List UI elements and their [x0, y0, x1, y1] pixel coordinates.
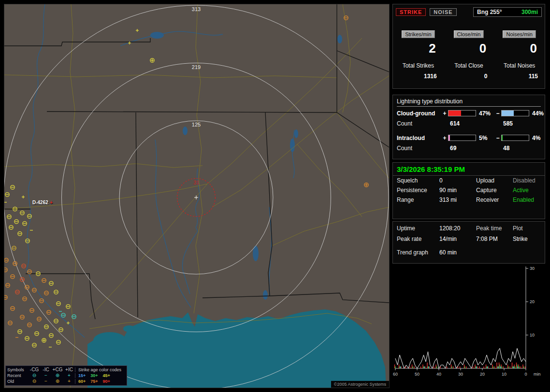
noise-indicator[interactable]: NOISE: [430, 8, 456, 16]
svg-text:60: 60: [393, 372, 398, 377]
plot-type-value: Strike: [513, 236, 541, 242]
svg-text:40: 40: [436, 372, 441, 377]
intracloud-label: Intracloud: [397, 135, 441, 141]
svg-text:313: 313: [192, 6, 201, 12]
svg-text:125: 125: [192, 122, 201, 127]
ic-pos-count: 69: [448, 145, 477, 152]
cg-neg-percent: 44%: [530, 110, 547, 117]
svg-text:31: 31: [193, 180, 199, 185]
range-value: 313 mi: [439, 196, 476, 203]
peak-time-value: 7:08 PM: [476, 236, 513, 242]
minus-sign: −: [494, 135, 501, 141]
distribution-section: Lightning type distribution Cloud-ground…: [392, 95, 545, 159]
trend-graph: 1020306050403020100min: [392, 265, 546, 388]
legend-age-header: Strike age color codes: [75, 367, 125, 372]
legend-header-symbols: Symbols: [7, 367, 29, 372]
ic-neg-count: 48: [501, 145, 530, 152]
cg-pos-old-icon: ⊕: [52, 379, 63, 384]
ic-neg-recent-icon: −: [40, 373, 52, 378]
age-code-90: 90+: [103, 379, 110, 384]
distribution-header: Lightning type distribution: [397, 98, 541, 107]
cg-neg-count: 585: [501, 120, 530, 127]
svg-text:10: 10: [530, 333, 535, 337]
receiver-label: Receiver: [476, 196, 513, 203]
lightning-strikes: [4, 16, 368, 347]
plot-label: Plot: [513, 225, 541, 232]
ic-neg-percent: 4%: [530, 135, 547, 141]
storm-tracker-text: D-4262: [32, 200, 48, 205]
close-per-min-value: 0: [444, 41, 494, 56]
storm-tracker-label: D-4262 +: [32, 199, 53, 205]
ic-pos-bar: [448, 135, 476, 141]
bearing-readout: Bng 255° 300mi: [473, 7, 542, 17]
legend-header-cg-neg: -CG: [29, 367, 40, 372]
close-per-min-box[interactable]: Close/min: [454, 30, 484, 38]
persistence-label: Persistence: [397, 187, 439, 194]
stats-section: Uptime 1208:20 Peak time Plot Peak rate …: [392, 221, 545, 264]
upload-status: Disabled: [513, 177, 541, 184]
total-noises-label: Total Noises: [494, 62, 545, 69]
rivers: [27, 4, 294, 337]
cg-pos-recent-icon: ⊕: [52, 373, 63, 378]
svg-text:219: 219: [192, 64, 201, 70]
total-strikes-value: 1316: [393, 73, 444, 80]
bearing-value: Bng 255°: [477, 9, 502, 15]
plus-sign: +: [441, 110, 448, 117]
strikes-per-min-box[interactable]: Strikes/min: [402, 30, 434, 38]
strike-indicator[interactable]: STRIKE: [396, 8, 426, 16]
noises-per-min-box[interactable]: Noises/min: [503, 30, 536, 38]
age-code-30: 30+: [90, 373, 98, 378]
legend-header-ic-pos: +IC: [63, 367, 75, 372]
age-code-45: 45+: [103, 373, 110, 378]
cg-neg-old-icon: ⊖: [29, 379, 40, 384]
status-section: 3/3/2026 8:35:19 PM Squelch 0 Upload Dis…: [392, 162, 545, 219]
legend-header-ic-neg: -IC: [40, 367, 52, 372]
ic-neg-old-icon: −: [40, 379, 52, 384]
trend-graph-label: Trend graph: [397, 249, 439, 256]
cg-pos-percent: 47%: [477, 110, 494, 117]
total-close-label: Total Close: [444, 62, 494, 69]
total-strikes-label: Total Strikes: [393, 62, 444, 69]
cg-pos-bar: [448, 110, 476, 116]
squelch-value: 0: [439, 177, 476, 184]
svg-text:20: 20: [530, 299, 535, 304]
ic-pos-old-icon: +: [63, 379, 75, 384]
peak-time-label: Peak time: [476, 225, 513, 232]
svg-text:30: 30: [530, 266, 535, 271]
ic-neg-bar: [501, 135, 529, 141]
upload-label: Upload: [476, 177, 513, 184]
age-code-60: 60+: [78, 379, 86, 384]
plus-sign: +: [441, 135, 448, 141]
noises-per-min-value: 0: [494, 41, 545, 56]
receiver-status: Enabled: [513, 196, 541, 203]
side-panel: STRIKE NOISE Bng 255° 300mi Strikes/min …: [392, 4, 546, 388]
total-noises-value: 115: [494, 73, 545, 80]
state-borders: [4, 4, 389, 319]
uptime-value: 1208:20: [439, 225, 476, 232]
storm-cell-icon: +: [50, 199, 53, 205]
cg-count-label: Count: [397, 120, 441, 127]
capture-status: Active: [513, 187, 541, 194]
ic-pos-recent-icon: +: [63, 373, 75, 378]
age-code-15: 15+: [78, 373, 86, 378]
svg-text:20: 20: [480, 372, 485, 377]
cg-pos-count: 614: [448, 120, 477, 127]
peak-rate-label: Peak rate: [397, 236, 439, 242]
age-code-75: 75+: [90, 379, 98, 384]
persistence-value: 90 min: [439, 187, 476, 194]
svg-text:min: min: [534, 372, 541, 377]
copyright-text: ©2005 Astrogenic Systems: [331, 381, 389, 388]
ic-count-label: Count: [397, 145, 441, 152]
legend-row-old-label: Old: [7, 379, 29, 384]
svg-text:50: 50: [415, 372, 420, 377]
bearing-range-value: 300mi: [521, 9, 538, 15]
trend-graph-window: 60 min: [439, 249, 476, 256]
rates-section: STRIKE NOISE Bng 255° 300mi Strikes/min …: [392, 4, 545, 89]
legend-header-cg-pos: +CG: [52, 367, 63, 372]
capture-label: Capture: [476, 187, 513, 194]
map-legend: Symbols -CG -IC +CG +IC Strike age color…: [5, 365, 127, 386]
cloud-ground-label: Cloud-ground: [397, 110, 441, 117]
map-canvas[interactable]: 31321912531 D-4262 + Symbols -CG -IC +CG…: [4, 4, 390, 388]
strikes-per-min-value: 2: [393, 41, 444, 56]
legend-row-recent-label: Recent: [7, 373, 29, 378]
